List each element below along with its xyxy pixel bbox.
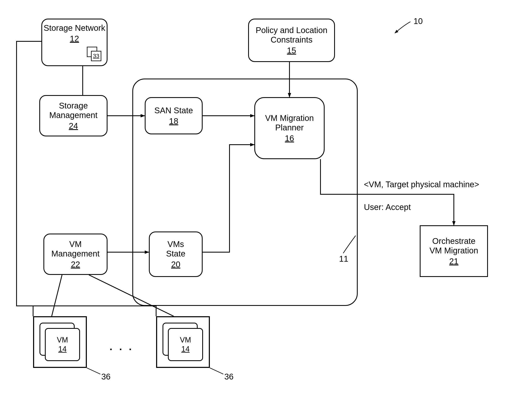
box-planner: VM Migration Planner 16 [254,97,325,159]
ref-vms-state: 20 [171,260,181,269]
ref-orchestrate: 21 [449,257,459,266]
label-storage-network: Storage Network [44,23,105,33]
icon-storage-33: 33 [87,47,101,61]
label-output-tuple: <VM, Target physical machine> [364,180,479,189]
svg-line-5 [52,275,62,316]
label-planner-1: VM Migration [265,113,314,123]
ref-vm-mgmt: 22 [71,260,80,269]
box-san-state: SAN State 18 [145,97,203,134]
host-b: VM 14 [156,316,210,368]
label-planner-2: Planner [275,123,304,132]
ref-system: 10 [413,17,423,26]
box-vms-state: VMs State 20 [149,232,203,277]
box-policy: Policy and Location Constraints 15 [248,19,335,62]
box-storage-mgmt: Storage Management 24 [39,95,108,136]
label-vms-state-2: State [166,249,185,258]
box-vm-mgmt: VM Management 22 [44,233,108,275]
ref-host-a: 36 [101,372,111,381]
svg-line-8 [210,368,223,374]
ref-storage-mgmt: 24 [69,121,78,131]
ref-container: 11 [339,254,348,264]
label-vms-state-1: VMs [167,239,184,249]
label-orchestrate-1: Orchestrate [432,236,475,246]
ref-vm-b: 14 [181,345,190,353]
box-storage-network: Storage Network 12 33 [41,19,108,66]
ref-33: 33 [93,53,99,59]
diagram-stage: 10 11 Storage Network 12 33 Policy and L… [0,0,532,402]
host-a: VM 14 [33,316,87,368]
ref-policy: 15 [287,46,296,55]
label-storage-mgmt-1: Storage [59,101,88,110]
label-policy-2: Constraints [271,35,312,44]
label-orchestrate-2: VM Migration [430,246,478,255]
ref-host-b: 36 [224,372,234,381]
label-vm-a: VM [57,336,68,344]
ref-planner: 16 [285,133,294,143]
box-orchestrate: Orchestrate VM Migration 21 [420,225,488,277]
ref-vm-a: 14 [58,345,67,353]
label-vm-b: VM [180,336,191,344]
label-vm-mgmt-1: VM [69,239,82,249]
label-policy-1: Policy and Location [256,25,328,35]
label-user-accept: User: Accept [364,202,411,212]
ellipsis: . . . [110,341,134,352]
ref-san-state: 18 [169,116,178,126]
svg-line-7 [87,368,100,374]
label-san-state: SAN State [154,106,193,115]
ref-storage-network: 12 [70,34,79,44]
label-storage-mgmt-2: Management [49,110,97,120]
label-vm-mgmt-2: Management [51,249,100,258]
